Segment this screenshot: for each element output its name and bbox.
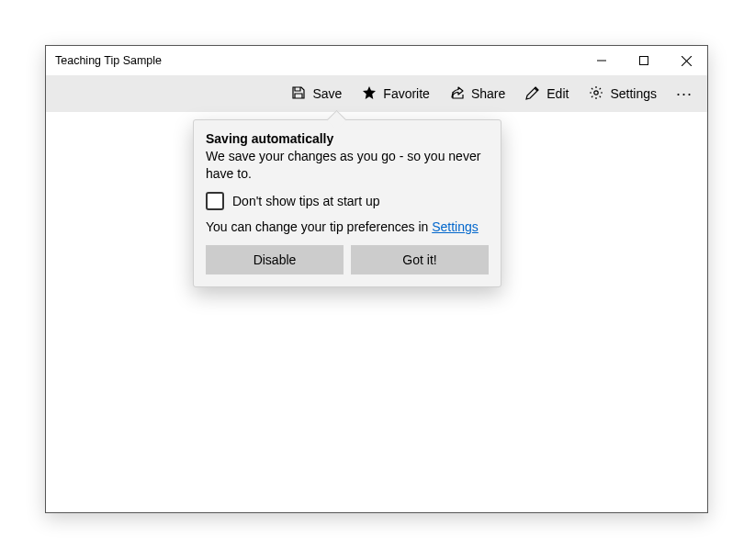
favorite-button[interactable]: Favorite	[352, 80, 440, 108]
save-label: Save	[312, 86, 342, 101]
window-controls	[580, 46, 707, 75]
share-icon	[450, 85, 465, 103]
maximize-button[interactable]	[623, 46, 665, 75]
svg-rect-1	[640, 57, 648, 65]
dont-show-checkbox[interactable]	[206, 192, 224, 210]
more-icon: ···	[676, 85, 693, 102]
gotit-button[interactable]: Got it!	[351, 245, 489, 274]
tip-title: Saving automatically	[206, 131, 489, 146]
tip-footer: You can change your tip preferences in S…	[206, 219, 489, 234]
tip-buttons: Disable Got it!	[206, 245, 489, 274]
save-icon	[291, 85, 306, 103]
share-label: Share	[471, 86, 505, 101]
app-window: Teaching Tip Sample Save Favorite	[45, 45, 708, 513]
settings-label: Settings	[610, 86, 657, 101]
disable-button[interactable]: Disable	[206, 245, 344, 274]
edit-label: Edit	[547, 86, 569, 101]
tip-body: We save your changes as you go - so you …	[206, 148, 489, 183]
window-title: Teaching Tip Sample	[55, 54, 580, 67]
svg-point-4	[594, 90, 598, 94]
close-button[interactable]	[665, 46, 707, 75]
checkbox-label: Don't show tips at start up	[232, 194, 380, 208]
star-icon	[362, 85, 377, 103]
minimize-button[interactable]	[580, 46, 623, 75]
tip-footer-text: You can change your tip preferences in	[206, 219, 432, 234]
titlebar: Teaching Tip Sample	[46, 46, 707, 75]
content-area: Saving automatically We save your change…	[46, 112, 707, 512]
share-button[interactable]: Share	[440, 80, 515, 108]
more-button[interactable]: ···	[667, 80, 702, 107]
toolbar: Save Favorite Share Edit Settings	[46, 75, 707, 112]
settings-button[interactable]: Settings	[579, 80, 667, 108]
tip-settings-link[interactable]: Settings	[432, 219, 479, 234]
save-button[interactable]: Save	[281, 80, 352, 108]
tip-checkbox-row: Don't show tips at start up	[206, 192, 489, 210]
edit-button[interactable]: Edit	[515, 80, 579, 108]
teaching-tip: Saving automatically We save your change…	[193, 119, 501, 287]
favorite-label: Favorite	[383, 86, 430, 101]
gear-icon	[589, 85, 603, 103]
pencil-icon	[525, 85, 540, 103]
